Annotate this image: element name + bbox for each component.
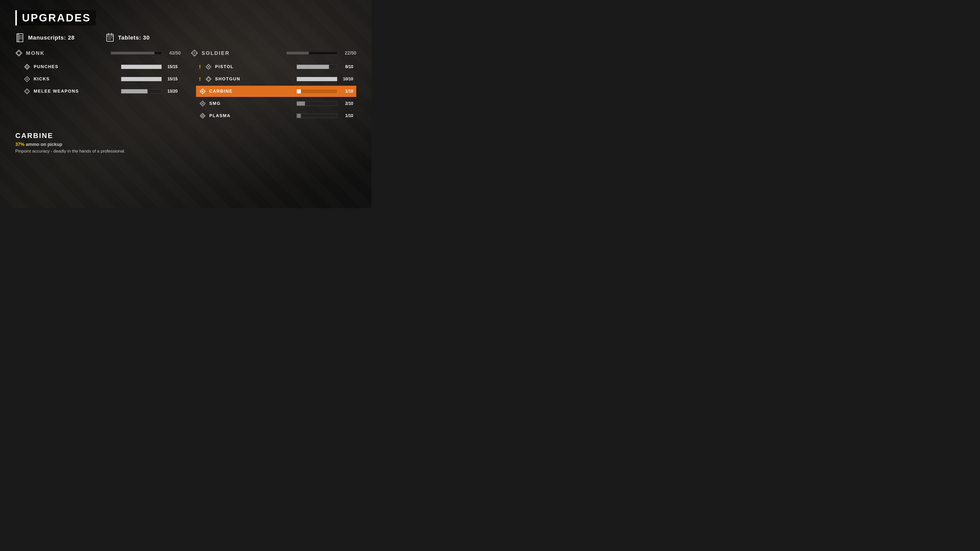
- melee-weapons-score: 13/20: [165, 89, 178, 94]
- page-title: UPGRADES: [15, 10, 96, 25]
- monk-progress-bar: [111, 52, 162, 55]
- plasma-row[interactable]: PLASMA 1/10: [196, 110, 356, 121]
- punches-progress-bar: [121, 65, 162, 69]
- tablets-icon: [105, 33, 115, 42]
- kicks-icon: [24, 76, 30, 83]
- svg-marker-19: [24, 89, 30, 94]
- tablets-label: Tablets: 30: [118, 35, 150, 41]
- punches-icon: [24, 63, 30, 70]
- kicks-progress-fill: [121, 77, 162, 81]
- kicks-progress-bar: [121, 77, 162, 81]
- monk-upgrade-list: PUNCHES 15/15 KICKS: [15, 61, 181, 97]
- monk-progress-fill: [111, 52, 154, 54]
- desc-stat: 37% ammo on pickup: [15, 142, 356, 147]
- soldier-progress-fill: [286, 52, 309, 54]
- desc-stat-text: ammo on pickup: [24, 142, 62, 147]
- pistol-row[interactable]: ! PISTOL 8/10: [196, 61, 356, 73]
- shotgun-progress-bar: [297, 77, 337, 81]
- smg-progress-fill: [297, 102, 305, 106]
- melee-weapons-progress-bar: [121, 89, 162, 94]
- resources-row: Manuscripts: 28 Tablets: 30: [15, 33, 356, 42]
- manuscripts-icon: [15, 33, 24, 42]
- smg-progress-bar: [297, 101, 337, 106]
- punches-score: 15/15: [165, 65, 178, 69]
- monk-score: 43/50: [165, 51, 181, 56]
- description-panel: CARBINE 37% ammo on pickup Pinpoint accu…: [15, 129, 356, 156]
- carbine-row[interactable]: CARBINE 1/10: [196, 86, 356, 97]
- ui-container: UPGRADES Manuscripts: 28: [0, 0, 372, 208]
- smg-score: 2/10: [340, 101, 353, 106]
- shotgun-score: 10/10: [340, 77, 353, 81]
- desc-title: CARBINE: [15, 132, 356, 140]
- pistol-score: 8/10: [340, 65, 353, 69]
- carbine-progress-fill: [297, 89, 301, 94]
- monk-column: MONK 43/50 PUNCHES: [15, 49, 181, 121]
- manuscripts-resource: Manuscripts: 28: [15, 33, 75, 42]
- punches-name: PUNCHES: [34, 64, 118, 69]
- soldier-icon: [191, 49, 198, 57]
- plasma-name: PLASMA: [209, 113, 293, 118]
- shotgun-progress-fill: [297, 77, 337, 81]
- pistol-name: PISTOL: [215, 64, 293, 69]
- monk-name: MONK: [26, 50, 107, 56]
- smg-name: SMG: [209, 101, 293, 106]
- manuscripts-label: Manuscripts: 28: [28, 35, 75, 41]
- pistol-progress-fill: [297, 65, 329, 69]
- svg-point-33: [202, 103, 204, 104]
- shotgun-alert: !: [199, 76, 201, 82]
- carbine-name: CARBINE: [209, 89, 293, 94]
- plasma-icon: [199, 112, 206, 119]
- monk-category-header: MONK 43/50: [15, 49, 181, 57]
- desc-flavor: Pinpoint accuracy - deadly in the hands …: [15, 149, 356, 154]
- carbine-progress-bar: [297, 89, 337, 94]
- svg-marker-20: [25, 90, 29, 93]
- plasma-progress-fill: [297, 114, 301, 118]
- punches-progress-fill: [121, 65, 162, 69]
- svg-point-15: [27, 66, 27, 67]
- melee-weapons-icon: [24, 88, 30, 95]
- pistol-alert: !: [199, 64, 201, 70]
- plasma-progress-bar: [297, 114, 337, 118]
- melee-weapons-progress-fill: [121, 89, 148, 94]
- kicks-name: KICKS: [34, 76, 118, 82]
- soldier-score: 22/50: [341, 51, 356, 56]
- pistol-icon: [205, 63, 212, 70]
- plasma-score: 1/10: [340, 114, 353, 118]
- carbine-score: 1/10: [340, 89, 353, 94]
- punches-row[interactable]: PUNCHES 15/15: [21, 61, 181, 73]
- soldier-progress-bar: [286, 52, 337, 55]
- svg-marker-28: [207, 78, 210, 81]
- pistol-progress-bar: [297, 65, 337, 69]
- soldier-column: SOLDIER 22/50 !: [191, 49, 356, 121]
- soldier-category-header: SOLDIER 22/50: [191, 49, 356, 57]
- smg-row[interactable]: SMG 2/10: [196, 98, 356, 109]
- tablets-resource: Tablets: 30: [105, 33, 150, 42]
- carbine-icon: [199, 88, 206, 95]
- svg-rect-1: [18, 34, 19, 42]
- svg-marker-27: [206, 76, 211, 82]
- columns-layout: MONK 43/50 PUNCHES: [15, 49, 356, 121]
- soldier-upgrade-list: ! PISTOL 8/10: [191, 61, 356, 121]
- svg-marker-32: [200, 101, 205, 106]
- shotgun-name: SHOTGUN: [215, 76, 293, 82]
- melee-weapons-row[interactable]: MELEE WEAPONS 13/20: [21, 86, 181, 97]
- shotgun-icon: [205, 76, 212, 83]
- smg-icon: [199, 100, 206, 107]
- kicks-score: 15/15: [165, 77, 178, 81]
- monk-icon: [15, 49, 22, 57]
- kicks-row[interactable]: KICKS 15/15: [21, 73, 181, 85]
- melee-weapons-name: MELEE WEAPONS: [34, 89, 118, 94]
- shotgun-row[interactable]: ! SHOTGUN 10/10: [196, 73, 356, 85]
- soldier-name: SOLDIER: [202, 50, 283, 56]
- desc-stat-highlight: 37%: [15, 142, 24, 147]
